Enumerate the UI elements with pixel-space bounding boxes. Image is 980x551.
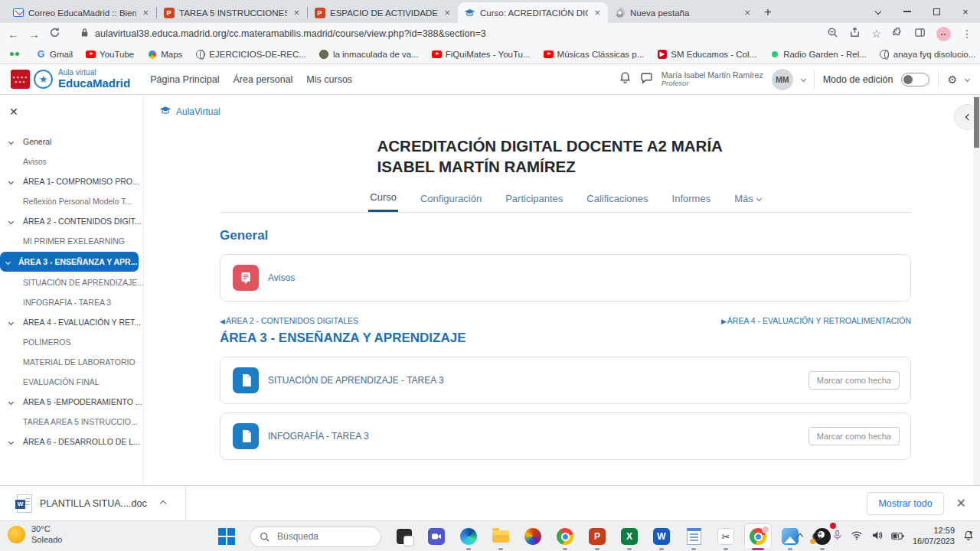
taskbar-app-chrome[interactable] [551,521,579,551]
taskbar-app-word[interactable]: W [648,521,675,551]
taskbar-app-teams[interactable] [423,521,450,551]
tab-calificaciones[interactable]: Calificaciones [585,187,649,212]
sidebar-item-infografia[interactable]: INFOGRAFÍA - TAREA 3 [0,292,143,312]
taskbar-app-snipping[interactable]: ✂ [712,521,740,551]
tab-informes[interactable]: Informes [671,187,713,212]
tab-configuracion[interactable]: Configuración [419,187,483,212]
user-avatar[interactable]: MM [772,69,793,90]
search-input[interactable] [276,530,360,543]
wifi-icon[interactable] [851,530,863,543]
activity-link[interactable]: SITUACIÓN DE APRENDIZAJE - TAREA 3 [268,375,444,386]
tab-participantes[interactable]: Participantes [504,187,564,212]
close-shelf-icon[interactable]: ✕ [956,496,966,510]
profile-avatar[interactable]: •• [936,27,951,41]
next-section-link[interactable]: ▶ÁREA 4 - EVALUACIÓN Y RETROALIMENTACIÓN [721,316,911,325]
notification-center-bell-icon[interactable] [963,530,974,544]
reload-icon[interactable] [49,27,60,41]
bookmark-item[interactable]: la inmaculada de va... [319,49,419,59]
page-scrollbar[interactable] [973,95,980,485]
breadcrumb-label[interactable]: AulaVirtual [176,106,220,117]
tab-close-icon[interactable]: × [743,7,752,18]
battery-icon[interactable] [891,530,904,543]
close-drawer-icon[interactable]: ✕ [9,106,21,118]
sidebar-item-area2[interactable]: ÁREA 2 - CONTENIDOS DIGIT... [0,211,143,231]
taskbar-clock[interactable]: 12:59 16/07/2023 [913,526,955,547]
bookmark-item[interactable]: Músicas Clássicas p... [544,49,645,59]
taskbar-app-powerpoint[interactable]: P [583,521,611,551]
sidebar-item-material[interactable]: MATERIAL DE LABORATORIO [0,352,143,372]
mark-done-button[interactable]: Marcar como hecha [808,427,900,445]
zoom-indicator-icon[interactable] [827,27,838,41]
sidebar-item-tarea-area5[interactable]: TAREA AREA 5 INSTRUCCIO... [0,412,143,432]
start-button[interactable] [213,521,240,551]
browser-tab-mail[interactable]: Correo EducaMadrid :: Bienvenid × [6,2,156,23]
tab-curso[interactable]: Curso [368,187,398,212]
tab-close-icon[interactable]: × [593,7,602,18]
download-menu-chevron-icon[interactable] [159,500,165,506]
sidebar-item-area4[interactable]: ÁREA 4 - EVALUACIÓN Y RET... [0,312,143,332]
edit-mode-toggle[interactable] [901,73,929,86]
bookmark-item[interactable] [9,49,23,59]
browser-tab-curso-active[interactable]: Curso: ACREDITACIÓN DIGITAL D × [458,2,608,23]
hidden-icons-chevron-icon[interactable] [797,533,803,540]
gear-icon[interactable]: ⚙ [947,73,957,86]
taskbar-app-chrome-profile-active[interactable] [744,523,772,549]
taskbar-app-notepad[interactable] [680,521,707,551]
browser-tab-espacio[interactable]: P ESPACIO DE ACTIVIDADES T5 × [308,2,458,23]
bookmark-item[interactable]: Radio Garden - Rel... [769,49,867,59]
scrollbar-thumb[interactable] [974,97,979,148]
settings-chevron-icon[interactable] [965,77,970,82]
sidebar-item-exelearning[interactable]: MI PRIMER EXELEARNING [0,231,143,251]
activity-link[interactable]: INFOGRAFÍA - TAREA 3 [268,431,369,442]
bookmark-item[interactable]: anaya fyq disolucio... [880,49,975,59]
address-bar[interactable]: aulavirtual38.educa.madrid.org/cc.matera… [70,27,818,41]
sidebar-item-reflexion[interactable]: Reflexión Personal Modelo T... [0,191,143,211]
bookmark-item[interactable]: YouTube [86,49,134,59]
nav-area-personal[interactable]: Área personal [234,74,293,85]
tab-close-icon[interactable]: × [443,7,452,18]
user-menu-chevron-icon[interactable] [801,77,806,82]
taskbar-app-task-view[interactable] [390,521,418,551]
sidebar-item-area1[interactable]: ÁREA 1- COMPROMISO PRO... [0,171,143,191]
back-icon[interactable]: ← [8,28,19,41]
sidebar-item-avisos[interactable]: Avisos [0,152,143,171]
menu-dots-icon[interactable]: ⋮ [962,28,972,40]
prev-section-link[interactable]: ◀ÁREA 2 - CONTENIDOS DIGITALES [220,316,358,325]
messages-icon[interactable] [640,71,653,87]
sync-icon[interactable] [811,530,824,543]
user-info[interactable]: María Isabel Martín Ramírez Profesor [662,70,763,88]
bookmark-star-icon[interactable]: ☆ [871,28,881,40]
taskbar-app-office[interactable] [519,521,547,551]
extensions-icon[interactable] [892,27,903,41]
bookmark-item[interactable]: EJERCICIOS-DE-REC... [195,49,306,59]
volume-icon[interactable] [871,530,883,543]
mark-done-button[interactable]: Marcar como hecha [808,371,900,390]
breadcrumb[interactable]: AulaVirtual [144,95,980,117]
taskbar-app-edge[interactable] [455,521,482,551]
browser-tab-tarea5[interactable]: P TAREA 5 INSTRUCCIONES × [157,2,307,23]
share-icon[interactable] [849,27,861,41]
sidebar-item-area6[interactable]: ÁREA 6 - DESARROLLO DE L... [0,432,143,452]
nav-mis-cursos[interactable]: Mis cursos [306,74,352,85]
tab-close-icon[interactable]: × [292,7,301,18]
maximize-button[interactable] [922,0,951,23]
tab-search-icon[interactable] [864,0,893,23]
side-panel-icon[interactable] [914,27,926,41]
avisos-link[interactable]: Avisos [268,272,295,283]
close-window-button[interactable]: × [951,0,980,23]
notifications-bell-icon[interactable] [619,71,632,87]
sidebar-item-polimeros[interactable]: POLÍMEROS [0,332,143,352]
browser-tab-new[interactable]: Nueva pestaña × [608,2,758,23]
bookmark-item[interactable]: FiQuiMates - YouTu... [432,49,531,59]
taskbar-app-excel[interactable]: X [616,521,643,551]
bookmark-item[interactable]: G Gmail [36,49,73,59]
url-text[interactable]: aulavirtual38.educa.madrid.org/cc.matera… [95,28,486,39]
minimize-button[interactable] [893,0,922,23]
sidebar-item-area5[interactable]: ÁREA 5 -EMPODERAMIENTO ... [0,392,143,412]
tab-close-icon[interactable]: × [141,7,150,18]
bookmark-item[interactable]: Maps [147,49,182,59]
taskbar-search[interactable] [250,527,381,547]
sidebar-item-evaluacion[interactable]: EVALUACIÓN FINAL [0,372,143,392]
tab-mas[interactable]: Más [733,187,763,212]
sidebar-item-situacion[interactable]: SITUACIÓN DE APRENDIZAJE... [0,272,143,292]
